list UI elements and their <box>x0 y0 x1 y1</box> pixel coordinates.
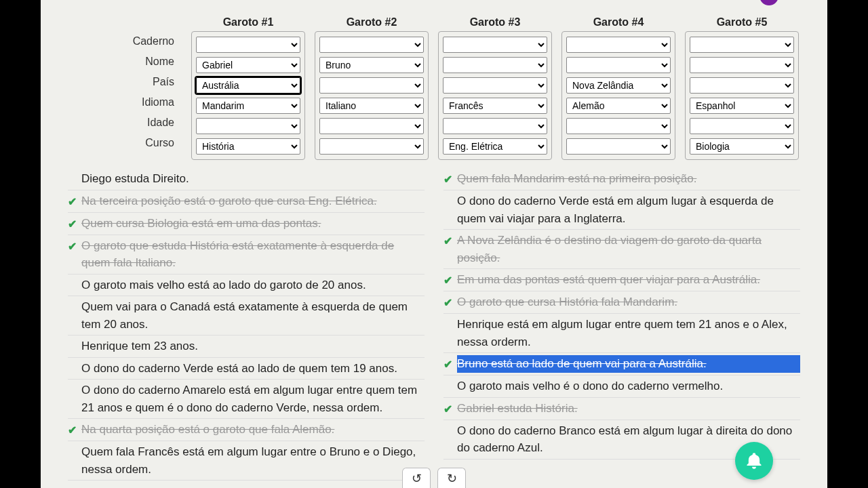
check-icon <box>68 298 81 300</box>
check-icon <box>68 170 81 171</box>
clue-item[interactable]: ✔O garoto que cursa História fala Mandar… <box>443 291 800 314</box>
check-icon <box>68 277 81 278</box>
corner-accent <box>760 0 778 5</box>
redo-button[interactable]: ↻ <box>437 468 466 488</box>
boy-box-1: Gabriel Austrália Mandarim História <box>191 31 305 160</box>
clue-item[interactable]: ✔Em uma das pontas está quem quer viajar… <box>443 269 800 291</box>
clue-item[interactable]: ✔O garoto que estuda História está exata… <box>68 235 425 274</box>
clue-text: Henrique tem 23 anos. <box>81 338 425 355</box>
clues-area: Diego estuda Direito.✔Na terceira posiçã… <box>41 168 827 481</box>
clue-item[interactable]: Henrique está em algum lugar entre quem … <box>443 314 800 353</box>
select-idade-4[interactable] <box>566 118 671 134</box>
clue-item[interactable]: Henrique tem 23 anos. <box>68 336 425 358</box>
select-curso-3[interactable]: Eng. Elétrica <box>443 138 547 155</box>
select-caderno-5[interactable] <box>690 37 794 53</box>
boy-column-1: Garoto #1 Gabriel Austrália Mandarim His… <box>188 14 309 160</box>
check-icon: ✔ <box>443 400 457 418</box>
clue-item[interactable]: ✔Na terceira posição está o garoto que c… <box>68 190 425 213</box>
select-curso-1[interactable]: História <box>196 138 300 155</box>
check-icon: ✔ <box>443 170 457 188</box>
check-icon: ✔ <box>68 215 81 232</box>
check-icon <box>68 338 81 339</box>
undo-redo-controls: ↺ ↻ <box>402 468 466 488</box>
clue-item[interactable]: ✔Bruno está ao lado de quem vai para a A… <box>443 353 800 375</box>
select-curso-2[interactable] <box>319 138 424 155</box>
select-idade-2[interactable] <box>319 118 424 134</box>
select-pais-2[interactable] <box>319 77 424 94</box>
check-icon: ✔ <box>68 237 81 255</box>
clue-text: O garoto que cursa História fala Mandari… <box>457 293 800 311</box>
boy-box-5: Espanhol Biologia <box>685 31 799 160</box>
clue-text: Quem fala Francês está em algum lugar en… <box>81 443 425 478</box>
select-idade-5[interactable] <box>690 118 794 134</box>
clue-text: O garoto mais velho está ao lado do garo… <box>81 277 425 294</box>
check-icon: ✔ <box>68 421 81 439</box>
check-icon: ✔ <box>68 192 81 210</box>
clue-item[interactable]: O garoto mais velho é o dono do caderno … <box>443 375 800 398</box>
boy-header-3: Garoto #3 <box>470 14 521 31</box>
puzzle-page: Caderno Nome País Idioma Idade Curso Gar… <box>41 0 827 488</box>
clue-item[interactable]: Diego estuda Direito. <box>68 168 425 190</box>
select-curso-5[interactable]: Biologia <box>690 138 794 155</box>
select-idioma-5[interactable]: Espanhol <box>690 98 794 114</box>
select-caderno-4[interactable] <box>566 37 671 53</box>
bell-icon <box>745 451 764 470</box>
select-pais-1[interactable]: Austrália <box>196 77 300 94</box>
boy-box-3: Francês Eng. Elétrica <box>438 31 552 160</box>
boy-header-1: Garoto #1 <box>223 14 274 31</box>
clue-item[interactable]: ✔A Nova Zelândia é o destino da viagem d… <box>443 230 800 269</box>
check-icon <box>443 422 457 424</box>
clue-item[interactable]: Quem fala Francês está em algum lugar en… <box>68 441 425 481</box>
select-caderno-2[interactable] <box>319 37 424 53</box>
clue-text: Henrique está em algum lugar entre quem … <box>457 316 800 350</box>
row-label-curso: Curso <box>145 133 174 153</box>
select-nome-4[interactable] <box>566 57 671 73</box>
select-caderno-1[interactable] <box>196 37 300 53</box>
row-label-pais: País <box>153 72 174 92</box>
check-icon <box>443 378 457 379</box>
select-curso-4[interactable] <box>566 138 671 155</box>
select-nome-5[interactable] <box>690 57 794 73</box>
boy-column-5: Garoto #5 Espanhol Biologia <box>682 14 802 160</box>
undo-button[interactable]: ↺ <box>402 468 431 488</box>
clue-item[interactable]: O dono do caderno Verde está ao lado de … <box>68 358 425 380</box>
select-pais-5[interactable] <box>690 77 794 94</box>
clue-item[interactable]: ✔Gabriel estuda História. <box>443 398 800 420</box>
select-nome-1[interactable]: Gabriel <box>196 57 300 73</box>
clue-item[interactable]: ✔Na quarta posição está o garoto que fal… <box>68 419 425 441</box>
clue-text: O garoto que estuda História está exatam… <box>81 237 425 272</box>
select-idioma-2[interactable]: Italiano <box>319 98 424 114</box>
select-pais-3[interactable] <box>443 77 547 94</box>
clue-item[interactable]: O garoto mais velho está ao lado do garo… <box>68 274 425 297</box>
row-label-idioma: Idioma <box>142 92 174 113</box>
select-nome-3[interactable] <box>443 57 547 73</box>
row-label-caderno: Caderno <box>133 31 174 52</box>
select-pais-4[interactable]: Nova Zelândia <box>566 77 671 94</box>
clue-text: Gabriel estuda História. <box>457 400 800 418</box>
select-idioma-4[interactable]: Alemão <box>566 98 671 114</box>
check-icon: ✔ <box>443 355 457 373</box>
check-icon <box>68 360 81 361</box>
clue-text: O garoto mais velho é o dono do caderno … <box>457 378 800 395</box>
check-icon: ✔ <box>443 293 457 311</box>
clues-right-column: ✔Quem fala Mandarim está na primeira pos… <box>443 168 800 481</box>
clue-text: Na terceira posição está o garoto que cu… <box>81 192 425 210</box>
row-labels-column: Caderno Nome País Idioma Idade Curso <box>64 14 186 160</box>
select-idioma-3[interactable]: Francês <box>443 98 547 114</box>
notification-bell-button[interactable] <box>735 442 773 480</box>
select-idioma-1[interactable]: Mandarim <box>196 98 300 114</box>
select-idade-1[interactable] <box>196 118 300 134</box>
boy-column-3: Garoto #3 Francês Eng. Elétrica <box>435 14 555 160</box>
clue-item[interactable]: ✔Quem cursa Biologia está em uma das pon… <box>68 213 425 235</box>
boy-header-2: Garoto #2 <box>347 14 397 31</box>
clue-item[interactable]: O dono do caderno Verde está em algum lu… <box>443 190 800 230</box>
select-nome-2[interactable]: Bruno <box>319 57 424 73</box>
clue-item[interactable]: Quem vai para o Canadá está exatamente à… <box>68 296 425 336</box>
clue-item[interactable]: ✔Quem fala Mandarim está na primeira pos… <box>443 168 800 190</box>
select-idade-3[interactable] <box>443 118 547 134</box>
check-icon: ✔ <box>443 271 457 289</box>
clue-item[interactable]: O dono do caderno Amarelo está em algum … <box>68 380 425 419</box>
clue-text: O dono do caderno Amarelo está em algum … <box>81 382 425 416</box>
clue-text: Em uma das pontas está quem quer viajar … <box>457 271 800 289</box>
select-caderno-3[interactable] <box>443 37 547 53</box>
